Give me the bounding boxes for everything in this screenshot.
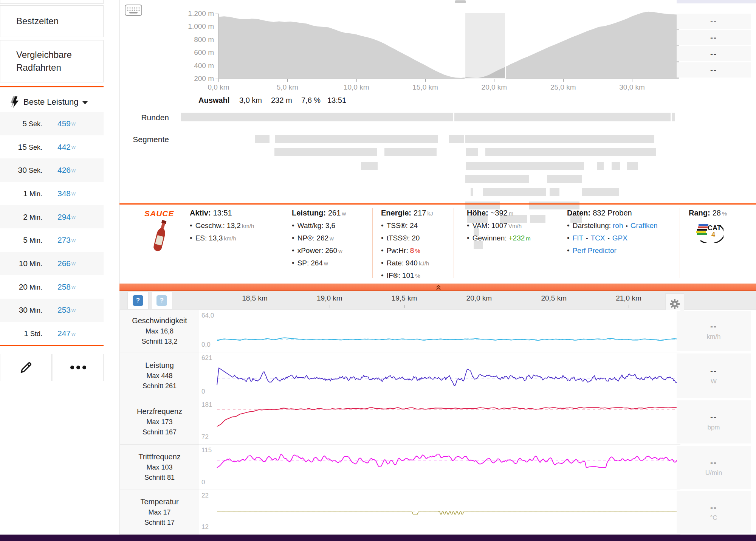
double-chevron-up-icon	[435, 284, 442, 290]
segments-label: Segmente	[113, 135, 169, 144]
stats-column: Aktiv:13:51Geschw.:13,2km/hES:13,3km/h	[190, 209, 254, 242]
segment-bar[interactable]	[529, 202, 579, 209]
live-value-row: --	[677, 14, 751, 29]
segment-bar[interactable]	[547, 175, 582, 183]
scroll-handle[interactable]	[455, 0, 466, 3]
stats-item: Gewinnen:+232m	[467, 234, 531, 242]
live-value-unit: km/h	[707, 333, 721, 341]
live-value-unit: °C	[710, 514, 717, 522]
elevation-chart[interactable]	[218, 11, 680, 80]
segment-bar[interactable]	[466, 162, 584, 170]
stats-column-divider	[283, 208, 283, 278]
best-power-row[interactable]: 1Min.348w	[0, 182, 104, 205]
lap-bar[interactable]	[454, 113, 671, 121]
stats-heading: Höhe:~392m	[467, 209, 531, 217]
graph-x-tick-label: 18,5 km	[232, 294, 277, 302]
best-power-period: 20Min.	[0, 282, 42, 291]
stream-plot-trittfrequenz[interactable]: 1150	[199, 445, 680, 490]
graph-x-tick-label: 20,0 km	[456, 294, 502, 302]
best-power-row[interactable]: 1Std.247w	[0, 322, 104, 345]
lap-bar[interactable]	[181, 113, 453, 121]
live-value-row: --°C	[677, 491, 751, 533]
rank-value: 28	[713, 209, 721, 217]
best-power-header[interactable]: Beste Leistung	[11, 93, 104, 111]
stream-plot-temperatur[interactable]: 2212	[199, 490, 680, 535]
best-power-row[interactable]: 20Min.258w	[0, 275, 104, 299]
segment-bar[interactable]	[483, 188, 546, 196]
elevation-x-tick-label: 25,0 km	[542, 83, 584, 91]
stats-link[interactable]: FIT	[573, 234, 584, 242]
best-power-row[interactable]: 30Min.253w	[0, 299, 104, 322]
sidebar-item-vergleichbare-radfahrten[interactable]: Vergleichbare Radfahrten	[0, 40, 104, 82]
live-value: --	[710, 458, 717, 467]
best-power-list: 5Sek.459w15Sek.442w30Sek.426w1Min.348w2M…	[0, 112, 104, 345]
stream-plot-herzfrequenz[interactable]: 18172	[199, 399, 680, 445]
best-power-period: 1Min.	[0, 189, 42, 198]
best-power-value-unit: w	[71, 190, 76, 197]
stats-item: xPower:260w	[292, 246, 346, 255]
segment-bar[interactable]	[361, 162, 378, 170]
best-power-row[interactable]: 2Min.294w	[0, 205, 104, 229]
stream-max: Max 103	[146, 463, 172, 471]
segment-bar[interactable]	[274, 148, 377, 156]
segment-bar[interactable]	[612, 162, 620, 170]
stream-avg: Schnitt 17	[144, 519, 175, 527]
best-power-row[interactable]: 5Sek.459w	[0, 112, 104, 135]
help-button-primary[interactable]: ?	[127, 292, 149, 309]
y-axis-max: 22	[201, 492, 209, 499]
live-value-unit: bpm	[707, 424, 720, 431]
help-button-secondary[interactable]: ?	[151, 292, 172, 309]
stream-plot-geschwindigkeit[interactable]: 64,00,0	[199, 310, 680, 352]
edit-button[interactable]	[0, 354, 52, 381]
sidebar-item-bestzeiten[interactable]: Bestzeiten	[0, 5, 104, 37]
elevation-x-tick-label: 0,0 km	[198, 83, 239, 91]
segment-bar[interactable]	[465, 175, 529, 183]
rank-label: Rang:	[689, 209, 710, 217]
segment-bar[interactable]	[255, 135, 270, 143]
segment-bar[interactable]	[275, 135, 438, 143]
best-power-row[interactable]: 30Sek.426w	[0, 158, 104, 182]
trittfrequenz-line	[217, 454, 677, 468]
best-power-row[interactable]: 15Sek.442w	[0, 135, 104, 159]
stats-column: Energie:217kJTSS®:24tTSS®:20Pw:Hr:8%Rate…	[381, 209, 433, 280]
segment-bar[interactable]	[597, 162, 604, 170]
stats-link[interactable]: GPX	[612, 234, 627, 242]
segment-bar[interactable]	[465, 202, 500, 209]
best-power-row[interactable]: 5Min.273w	[0, 228, 104, 252]
elevation-y-tick-label: 1.000 m	[163, 22, 214, 31]
segment-bar[interactable]	[384, 148, 437, 156]
live-value: --	[710, 49, 717, 58]
segment-bar[interactable]	[485, 148, 656, 156]
stats-link[interactable]: Perf Predictor	[573, 246, 617, 254]
segment-bar[interactable]	[465, 135, 654, 143]
segment-bar[interactable]	[449, 135, 464, 143]
segment-bar[interactable]	[530, 215, 545, 223]
stats-link[interactable]: roh	[613, 222, 623, 229]
y-axis-max: 64,0	[201, 312, 214, 319]
segment-bar[interactable]	[466, 148, 478, 156]
live-value: --	[710, 65, 717, 74]
elevation-x-tick-label: 10,0 km	[336, 83, 377, 91]
stats-item: ES:13,3km/h	[190, 234, 254, 242]
segment-bar[interactable]	[582, 188, 619, 196]
keyboard-shortcuts-button[interactable]	[125, 5, 142, 17]
stream-label-leistung: LeistungMax 448Schnitt 261	[120, 352, 199, 399]
segment-bar[interactable]	[627, 162, 638, 170]
more-options-button[interactable]	[53, 354, 104, 381]
segment-bar[interactable]	[471, 188, 473, 196]
stream-plot-leistung[interactable]: 6210	[199, 352, 680, 399]
stats-link[interactable]: Grafiken	[631, 222, 658, 229]
stats-link[interactable]: TCX	[590, 234, 605, 242]
elevation-x-tickmark	[563, 79, 564, 82]
selection-distance: 3,0 km	[239, 96, 262, 105]
selection-elevation: 232 m	[271, 96, 292, 105]
gear-icon	[669, 299, 680, 309]
segment-bar[interactable]	[550, 188, 559, 196]
selection-box[interactable]	[465, 13, 505, 79]
best-power-value-unit: w	[71, 260, 76, 267]
lap-bar[interactable]	[672, 113, 675, 121]
rank-block: Rang:28% CAT 4	[689, 209, 727, 245]
live-value: --	[710, 366, 717, 375]
collapse-bar[interactable]	[119, 284, 756, 291]
best-power-row[interactable]: 10Min.266w	[0, 252, 104, 275]
